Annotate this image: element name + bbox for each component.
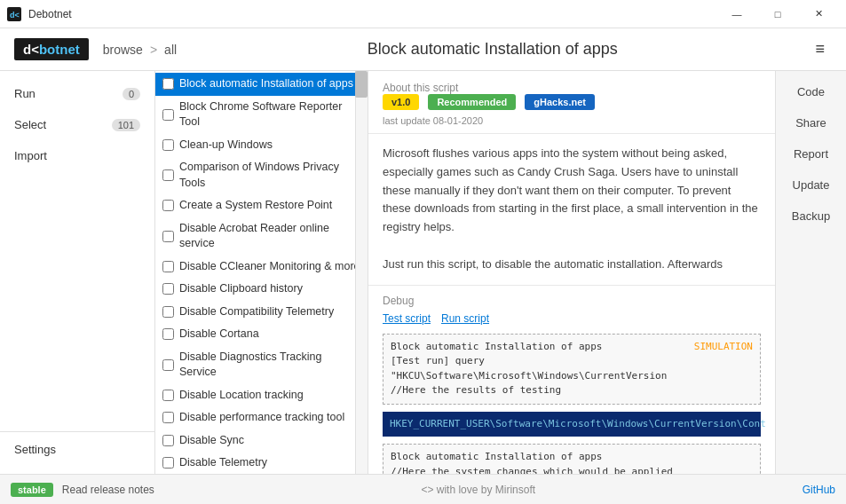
test-script-link[interactable]: Test script (383, 312, 431, 325)
script-label: Disable Clipboard history (179, 281, 303, 297)
list-item[interactable]: Disable Diagnostics Tracking Service (155, 346, 368, 384)
attribution: <> with love by Mirinsoft (421, 484, 535, 496)
script-label: Clean-up Windows (179, 138, 273, 154)
logo-badge: d<botnet (14, 38, 89, 60)
description-block: Microsoft flushes various apps into the … (368, 134, 775, 286)
changes-line-2: //Here the system changes which would be… (391, 465, 753, 474)
script-label: Comparison of Windows Privacy Tools (179, 160, 360, 191)
script-label: Disable Sync (179, 433, 244, 449)
report-button[interactable]: Report (781, 140, 842, 168)
description-text: Microsoft flushes various apps into the … (383, 145, 761, 237)
sidebar-spacer (0, 171, 154, 431)
menu-button[interactable]: ≡ (808, 36, 832, 62)
list-item[interactable]: Disable performance tracking tool (155, 406, 368, 429)
script-label: Disable Telemetry (179, 455, 267, 471)
script-list: Block automatic Installation of appsBloc… (155, 71, 368, 474)
list-item[interactable]: Block Chrome Software Reporter Tool (155, 96, 368, 134)
minimize-button[interactable]: — (716, 0, 757, 28)
share-button[interactable]: Share (781, 109, 842, 137)
import-label: Import (14, 149, 47, 162)
list-item[interactable]: Disable Location tracking (155, 384, 368, 407)
detail-header: About this script v1.0 Recommended gHack… (368, 71, 775, 134)
script-checkbox[interactable] (162, 109, 174, 121)
code-line-2: [Test run] query "HKCU\Software\Microsof… (391, 354, 753, 383)
breadcrumb-browse[interactable]: browse (103, 43, 143, 57)
version-badge: v1.0 (383, 94, 419, 110)
script-checkbox[interactable] (162, 328, 174, 340)
list-item[interactable]: Create a System Restore Point (155, 194, 368, 217)
sidebar-item-select[interactable]: Select 101 (0, 109, 154, 140)
list-item[interactable]: Disable Telemetry (155, 452, 368, 474)
run-label: Run (14, 87, 36, 100)
right-panel: Code Share Report Update Backup (775, 71, 846, 474)
detail-panel: About this script v1.0 Recommended gHack… (368, 71, 775, 474)
script-label: Disable performance tracking tool (179, 410, 344, 426)
code-line-3: //Here the results of testing (391, 383, 753, 398)
script-label: Block Chrome Software Reporter Tool (179, 99, 360, 130)
script-label: Disable CCleaner Monitoring & more (179, 259, 360, 275)
script-checkbox[interactable] (162, 306, 174, 318)
list-item[interactable]: Disable Sync (155, 429, 368, 453)
breadcrumb-section[interactable]: all (164, 43, 177, 57)
run-script-link[interactable]: Run script (441, 312, 489, 325)
ghacks-badge[interactable]: gHacks.net (525, 94, 595, 110)
about-label: About this script (383, 82, 761, 94)
script-checkbox[interactable] (162, 435, 174, 446)
run-badge: 0 (123, 88, 140, 100)
list-item[interactable]: Disable Clipboard history (155, 278, 368, 301)
breadcrumb: browse > all (103, 43, 177, 57)
backup-button[interactable]: Backup (781, 202, 842, 230)
scroll-thumb[interactable] (355, 71, 368, 98)
list-item[interactable]: Block automatic Installation of apps (155, 73, 368, 96)
list-item[interactable]: Comparison of Windows Privacy Tools (155, 156, 368, 194)
select-label: Select (14, 118, 46, 131)
release-notes-link[interactable]: Read release notes (62, 484, 154, 496)
sidebar-item-import[interactable]: Import (0, 140, 154, 171)
sidebar-item-run[interactable]: Run 0 (0, 78, 154, 109)
script-checkbox[interactable] (162, 283, 174, 295)
script-checkbox[interactable] (162, 261, 174, 272)
scrollbar[interactable] (355, 71, 368, 474)
update-button[interactable]: Update (781, 171, 842, 199)
debug-section: Debug Test script Run script SIMULATION … (368, 286, 775, 474)
main-content: Run 0 Select 101 Import Settings Block a… (0, 71, 846, 474)
script-label: Block automatic Installation of apps (179, 76, 353, 92)
close-button[interactable]: ✕ (798, 0, 839, 28)
settings-label: Settings (14, 443, 56, 456)
script-checkbox[interactable] (162, 169, 174, 181)
debug-links: Test script Run script (383, 312, 761, 325)
script-list-inner: Block automatic Installation of appsBloc… (155, 71, 368, 474)
titlebar: d< Debotnet — □ ✕ (0, 0, 846, 28)
script-checkbox[interactable] (162, 139, 174, 151)
list-item[interactable]: Disable Cortana (155, 323, 368, 346)
script-checkbox[interactable] (162, 390, 174, 401)
script-checkbox[interactable] (162, 200, 174, 211)
left-sidebar: Run 0 Select 101 Import Settings (0, 71, 155, 474)
breadcrumb-separator: > (150, 43, 157, 57)
list-item[interactable]: Clean-up Windows (155, 134, 368, 157)
script-label: Create a System Restore Point (179, 198, 332, 214)
script-label: Disable Compatibility Telemetry (179, 304, 334, 320)
script-label: Disable Location tracking (179, 388, 304, 404)
code-button[interactable]: Code (781, 78, 842, 106)
debug-label: Debug (383, 295, 761, 307)
recommended-badge: Recommended (428, 94, 516, 110)
script-checkbox[interactable] (162, 359, 174, 371)
select-badge: 101 (112, 119, 140, 131)
list-item[interactable]: Disable CCleaner Monitoring & more (155, 256, 368, 279)
github-link[interactable]: GitHub (803, 484, 835, 496)
sidebar-item-settings[interactable]: Settings (0, 431, 154, 467)
code-block-simulation: SIMULATION Block automatic Installation … (383, 334, 761, 405)
script-checkbox[interactable] (162, 231, 174, 242)
list-item[interactable]: Disable Acrobat Reader online service (155, 217, 368, 256)
logo-highlight: botnet (39, 42, 80, 57)
changes-line-1: Block automatic Installation of apps (391, 450, 753, 465)
script-checkbox[interactable] (162, 412, 174, 423)
maximize-button[interactable]: □ (757, 0, 798, 28)
script-checkbox[interactable] (162, 78, 174, 90)
list-item[interactable]: Disable Compatibility Telemetry (155, 301, 368, 324)
description-text2: Just run this script, to disable the aut… (383, 256, 761, 274)
script-checkbox[interactable] (162, 457, 174, 469)
simulation-label: SIMULATION (694, 340, 753, 355)
stable-badge: stable (11, 483, 53, 497)
